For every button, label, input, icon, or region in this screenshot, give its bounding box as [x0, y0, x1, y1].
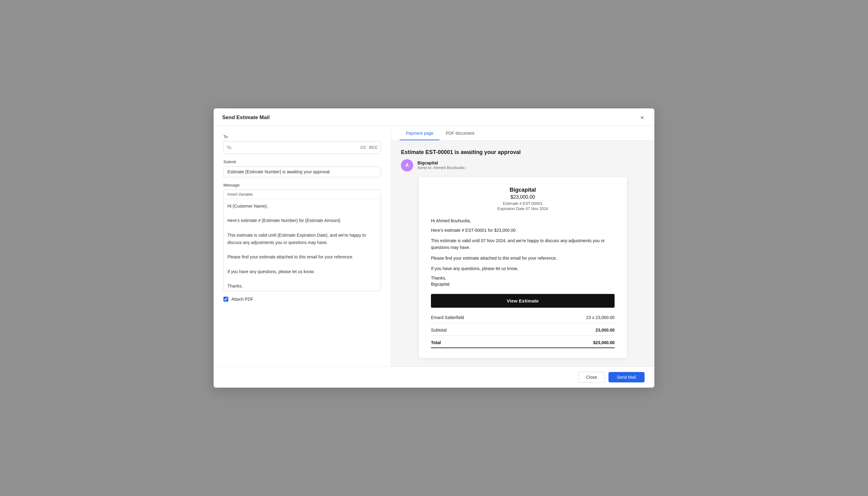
- line-item-row: Emard Satterfield 23 x 23,000.00: [431, 315, 615, 320]
- avatar: A: [401, 159, 413, 171]
- subtotal-row: Subtotal 23,000.00: [431, 326, 615, 332]
- total-divider: [431, 336, 615, 336]
- modal-footer: Close Send Mail: [214, 367, 654, 388]
- submit-label: Submit: [223, 159, 381, 164]
- card-body4: If you have any questions, please let us…: [431, 265, 615, 272]
- modal-title: Send Estimate Mail: [222, 114, 270, 121]
- modal-close-button[interactable]: ×: [638, 114, 646, 121]
- insert-variable-button[interactable]: Insert Variable: [224, 190, 381, 199]
- close-button[interactable]: Close: [579, 372, 605, 383]
- attach-pdf-row: Attach PDF: [223, 297, 381, 301]
- card-estimate-number: Estimate # EST-00001: [431, 201, 615, 206]
- to-label: To: [223, 135, 381, 139]
- total-row: Total $23,000.00: [431, 339, 615, 345]
- subtotal-label: Subtotal: [431, 328, 446, 332]
- submit-input[interactable]: [223, 166, 381, 177]
- subtotal-divider: [431, 323, 615, 323]
- tab-payment-page[interactable]: Payment page: [400, 126, 440, 140]
- view-estimate-button[interactable]: View Estimate: [431, 294, 615, 308]
- message-textarea[interactable]: [224, 199, 381, 291]
- subtotal-value: 23,000.00: [596, 328, 615, 332]
- email-preview-header: Estimate EST-00001 is awaiting your appr…: [401, 149, 645, 171]
- email-card: Bigcapital $23,000.00 Estimate # EST-000…: [419, 177, 627, 358]
- line-item-qty: 23 x 23,000.00: [586, 315, 615, 320]
- modal-body: To CC BCC Submit Message Insert Variable: [214, 126, 654, 367]
- to-field-wrapper: CC BCC: [223, 141, 381, 154]
- sender-name: Bigcapital: [417, 160, 467, 165]
- card-body1: Here's estimate # EST-00001 for $23,000.…: [431, 227, 615, 234]
- attach-pdf-label: Attach PDF: [231, 297, 253, 301]
- preview-subject: Estimate EST-00001 is awaiting your appr…: [401, 149, 645, 156]
- sender-info: Bigcapital Send to: Ahmed Bouhuolia ;: [417, 160, 467, 170]
- card-thanks: Thanks,: [431, 276, 615, 280]
- card-company: Bigcapital: [431, 187, 615, 193]
- preview-container: Estimate EST-00001 is awaiting your appr…: [391, 141, 654, 367]
- card-company-sig: Bigcapital: [431, 282, 615, 286]
- total-label: Total: [431, 340, 441, 345]
- left-panel: To CC BCC Submit Message Insert Variable: [214, 126, 391, 367]
- right-panel: Payment page PDF document Estimate EST-0…: [391, 126, 654, 367]
- line-item-name: Emard Satterfield: [431, 315, 464, 320]
- bcc-button[interactable]: BCC: [369, 145, 378, 150]
- preview-sender-row: A Bigcapital Send to: Ahmed Bouhuolia ;: [401, 159, 645, 171]
- card-amount: $23,000.00: [431, 195, 615, 200]
- modal-header: Send Estimate Mail ×: [214, 108, 654, 126]
- send-mail-button[interactable]: Send Mail: [609, 372, 645, 383]
- message-area-wrapper: Insert Variable: [223, 189, 381, 291]
- attach-pdf-checkbox[interactable]: [223, 297, 228, 301]
- card-expiration-date: Expiration Date 07 Nov 2024: [431, 206, 615, 211]
- tabs-bar: Payment page PDF document: [391, 126, 654, 141]
- total-value: $23,000.00: [593, 340, 615, 345]
- card-greeting: Hi Ahmed Bouhuolia,: [431, 218, 615, 223]
- message-label: Message: [223, 183, 381, 187]
- card-body2: This estimate is valid until 07 Nov 2024…: [431, 237, 615, 251]
- total-bottom-line: [431, 347, 615, 348]
- send-estimate-modal: Send Estimate Mail × To CC BCC Submit Me…: [214, 108, 654, 388]
- to-input[interactable]: [227, 145, 361, 150]
- cc-button[interactable]: CC: [361, 145, 366, 150]
- tab-pdf-document[interactable]: PDF document: [440, 126, 480, 140]
- cc-bcc-buttons: CC BCC: [361, 145, 378, 150]
- card-body3: Please find your estimate attached to th…: [431, 255, 615, 262]
- send-to: Send to: Ahmed Bouhuolia ;: [417, 165, 467, 170]
